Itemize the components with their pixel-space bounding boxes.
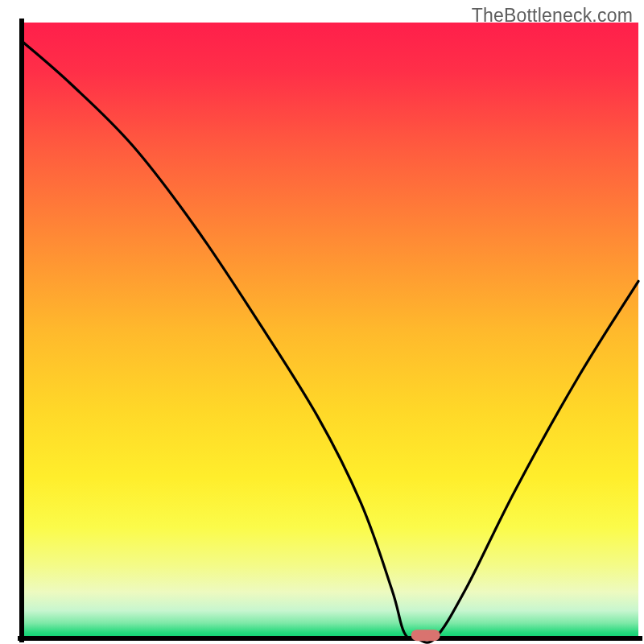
watermark-text: TheBottleneck.com <box>472 5 633 27</box>
bottleneck-chart <box>0 0 644 644</box>
optimal-marker <box>411 630 440 641</box>
svg-rect-0 <box>22 23 638 638</box>
chart-container: TheBottleneck.com <box>0 0 644 644</box>
